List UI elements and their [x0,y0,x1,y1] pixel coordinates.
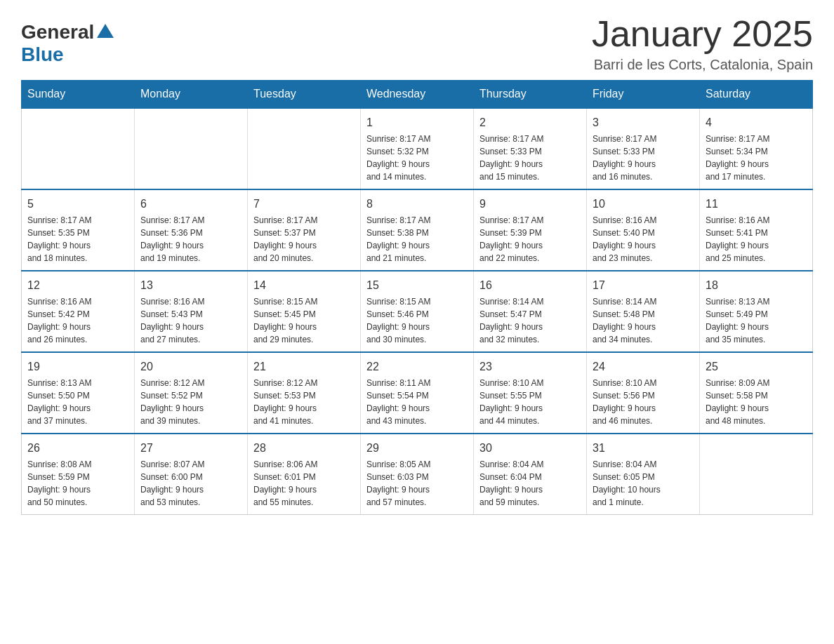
day-number: 21 [253,358,355,375]
day-info: Sunrise: 8:17 AMSunset: 5:33 PMDaylight:… [479,133,581,183]
calendar-cell: 17Sunrise: 8:14 AMSunset: 5:48 PMDayligh… [587,271,700,352]
calendar-cell: 13Sunrise: 8:16 AMSunset: 5:43 PMDayligh… [135,271,248,352]
day-number: 26 [27,440,128,457]
logo: General Blue [21,21,114,66]
calendar-cell: 22Sunrise: 8:11 AMSunset: 5:54 PMDayligh… [361,352,474,434]
day-number: 4 [706,114,807,131]
calendar-cell: 19Sunrise: 8:13 AMSunset: 5:50 PMDayligh… [22,352,135,434]
day-number: 7 [253,196,355,213]
calendar-cell: 28Sunrise: 8:06 AMSunset: 6:01 PMDayligh… [248,434,361,515]
day-number: 5 [27,196,128,213]
day-info: Sunrise: 8:16 AMSunset: 5:41 PMDaylight:… [706,214,807,264]
day-number: 17 [593,277,694,294]
calendar-cell: 8Sunrise: 8:17 AMSunset: 5:38 PMDaylight… [361,189,474,271]
day-info: Sunrise: 8:15 AMSunset: 5:46 PMDaylight:… [366,295,468,346]
calendar-cell: 29Sunrise: 8:05 AMSunset: 6:03 PMDayligh… [361,434,474,515]
calendar-cell: 9Sunrise: 8:17 AMSunset: 5:39 PMDaylight… [474,189,587,271]
day-info: Sunrise: 8:12 AMSunset: 5:52 PMDaylight:… [140,377,241,427]
calendar-cell: 18Sunrise: 8:13 AMSunset: 5:49 PMDayligh… [700,271,813,352]
day-info: Sunrise: 8:13 AMSunset: 5:49 PMDaylight:… [706,295,807,346]
day-number: 19 [27,358,128,375]
weekday-header-row: SundayMondayTuesdayWednesdayThursdayFrid… [22,81,813,109]
weekday-header-thursday: Thursday [474,81,587,109]
day-number: 3 [593,114,694,131]
calendar-cell: 31Sunrise: 8:04 AMSunset: 6:05 PMDayligh… [587,434,700,515]
week-row-3: 12Sunrise: 8:16 AMSunset: 5:42 PMDayligh… [22,271,813,352]
calendar-cell: 7Sunrise: 8:17 AMSunset: 5:37 PMDaylight… [248,189,361,271]
day-info: Sunrise: 8:07 AMSunset: 6:00 PMDaylight:… [140,458,241,509]
day-number: 24 [593,358,694,375]
day-number: 25 [706,358,807,375]
calendar-cell: 3Sunrise: 8:17 AMSunset: 5:33 PMDaylight… [587,108,700,189]
calendar-cell: 26Sunrise: 8:08 AMSunset: 5:59 PMDayligh… [22,434,135,515]
day-info: Sunrise: 8:10 AMSunset: 5:56 PMDaylight:… [593,377,694,427]
week-row-2: 5Sunrise: 8:17 AMSunset: 5:35 PMDaylight… [22,189,813,271]
logo-blue-text: Blue [21,43,64,66]
day-number: 1 [366,114,468,131]
day-info: Sunrise: 8:15 AMSunset: 5:45 PMDaylight:… [253,295,355,346]
day-info: Sunrise: 8:17 AMSunset: 5:32 PMDaylight:… [366,133,468,183]
logo-triangle-icon [97,24,114,38]
weekday-header-tuesday: Tuesday [248,81,361,109]
calendar-title: January 2025 [592,14,813,54]
calendar-cell: 24Sunrise: 8:10 AMSunset: 5:56 PMDayligh… [587,352,700,434]
calendar-cell: 20Sunrise: 8:12 AMSunset: 5:52 PMDayligh… [135,352,248,434]
calendar-cell: 21Sunrise: 8:12 AMSunset: 5:53 PMDayligh… [248,352,361,434]
calendar-cell [135,108,248,189]
calendar-body: 1Sunrise: 8:17 AMSunset: 5:32 PMDaylight… [22,108,813,515]
day-info: Sunrise: 8:08 AMSunset: 5:59 PMDaylight:… [27,458,128,509]
weekday-header-sunday: Sunday [22,81,135,109]
day-number: 18 [706,277,807,294]
week-row-1: 1Sunrise: 8:17 AMSunset: 5:32 PMDaylight… [22,108,813,189]
calendar-cell: 5Sunrise: 8:17 AMSunset: 5:35 PMDaylight… [22,189,135,271]
weekday-header-friday: Friday [587,81,700,109]
day-info: Sunrise: 8:13 AMSunset: 5:50 PMDaylight:… [27,377,128,427]
day-info: Sunrise: 8:14 AMSunset: 5:48 PMDaylight:… [593,295,694,346]
day-info: Sunrise: 8:04 AMSunset: 6:04 PMDaylight:… [479,458,581,509]
day-info: Sunrise: 8:04 AMSunset: 6:05 PMDaylight:… [593,458,694,509]
day-number: 29 [366,440,468,457]
day-number: 20 [140,358,241,375]
day-number: 15 [366,277,468,294]
calendar-cell: 23Sunrise: 8:10 AMSunset: 5:55 PMDayligh… [474,352,587,434]
day-info: Sunrise: 8:10 AMSunset: 5:55 PMDaylight:… [479,377,581,427]
day-number: 27 [140,440,241,457]
day-number: 10 [593,196,694,213]
calendar-header: SundayMondayTuesdayWednesdayThursdayFrid… [22,81,813,109]
day-info: Sunrise: 8:17 AMSunset: 5:34 PMDaylight:… [706,133,807,183]
calendar-subtitle: Barri de les Corts, Catalonia, Spain [592,57,813,73]
day-number: 13 [140,277,241,294]
calendar-cell: 25Sunrise: 8:09 AMSunset: 5:58 PMDayligh… [700,352,813,434]
logo-text: General [21,21,114,43]
weekday-header-saturday: Saturday [700,81,813,109]
day-number: 11 [706,196,807,213]
calendar-cell: 30Sunrise: 8:04 AMSunset: 6:04 PMDayligh… [474,434,587,515]
day-info: Sunrise: 8:09 AMSunset: 5:58 PMDaylight:… [706,377,807,427]
week-row-5: 26Sunrise: 8:08 AMSunset: 5:59 PMDayligh… [22,434,813,515]
day-number: 2 [479,114,581,131]
day-info: Sunrise: 8:12 AMSunset: 5:53 PMDaylight:… [253,377,355,427]
calendar-table: SundayMondayTuesdayWednesdayThursdayFrid… [21,80,813,515]
day-number: 8 [366,196,468,213]
day-info: Sunrise: 8:14 AMSunset: 5:47 PMDaylight:… [479,295,581,346]
day-info: Sunrise: 8:17 AMSunset: 5:36 PMDaylight:… [140,214,241,264]
page-header: General Blue January 2025 Barri de les C… [21,14,813,73]
calendar-cell [700,434,813,515]
day-info: Sunrise: 8:17 AMSunset: 5:33 PMDaylight:… [593,133,694,183]
day-number: 6 [140,196,241,213]
calendar-cell: 2Sunrise: 8:17 AMSunset: 5:33 PMDaylight… [474,108,587,189]
calendar-cell: 4Sunrise: 8:17 AMSunset: 5:34 PMDaylight… [700,108,813,189]
title-section: January 2025 Barri de les Corts, Catalon… [592,14,813,73]
calendar-cell: 16Sunrise: 8:14 AMSunset: 5:47 PMDayligh… [474,271,587,352]
day-info: Sunrise: 8:17 AMSunset: 5:35 PMDaylight:… [27,214,128,264]
day-info: Sunrise: 8:17 AMSunset: 5:38 PMDaylight:… [366,214,468,264]
day-number: 22 [366,358,468,375]
day-number: 31 [593,440,694,457]
calendar-cell [248,108,361,189]
day-info: Sunrise: 8:16 AMSunset: 5:40 PMDaylight:… [593,214,694,264]
day-info: Sunrise: 8:16 AMSunset: 5:43 PMDaylight:… [140,295,241,346]
week-row-4: 19Sunrise: 8:13 AMSunset: 5:50 PMDayligh… [22,352,813,434]
day-info: Sunrise: 8:17 AMSunset: 5:37 PMDaylight:… [253,214,355,264]
calendar-cell: 11Sunrise: 8:16 AMSunset: 5:41 PMDayligh… [700,189,813,271]
day-info: Sunrise: 8:06 AMSunset: 6:01 PMDaylight:… [253,458,355,509]
